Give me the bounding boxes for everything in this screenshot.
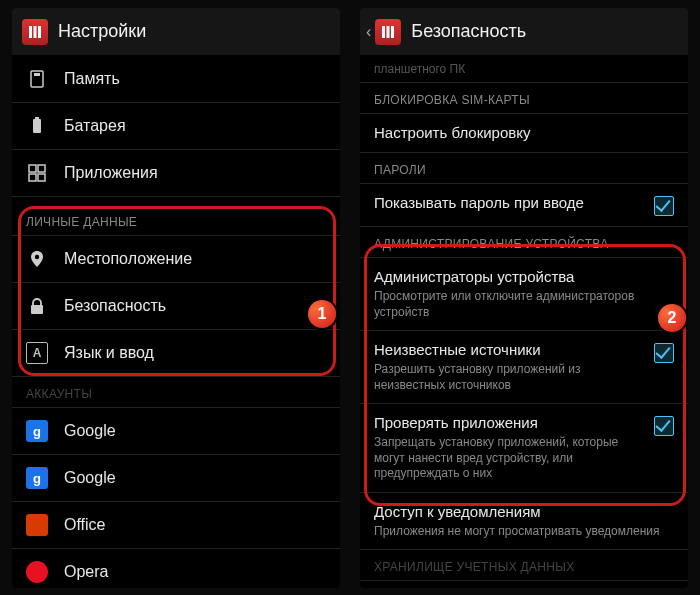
- apps-row[interactable]: Приложения: [12, 150, 340, 197]
- location-row[interactable]: Местоположение: [12, 236, 340, 283]
- configure-lock-label: Настроить блокировку: [374, 124, 666, 143]
- verify-apps-row[interactable]: Проверять приложения Запрещать установку…: [360, 404, 688, 493]
- google-account-row-1[interactable]: g Google: [12, 408, 340, 455]
- titlebar-security: ‹ Безопасность: [360, 8, 688, 56]
- unknown-sources-title: Неизвестные источники: [374, 341, 646, 360]
- location-icon: [26, 248, 48, 270]
- settings-list: Память Батарея Приложения ЛИЧНЫЕ ДАННЫЕ …: [12, 56, 340, 588]
- opera-account-row[interactable]: Opera: [12, 549, 340, 588]
- back-icon[interactable]: ‹: [366, 23, 371, 41]
- svg-rect-7: [29, 165, 36, 172]
- settings-app-icon: [22, 19, 48, 45]
- security-screen: ‹ Безопасность планшетного ПК БЛОКИРОВКА…: [360, 8, 688, 588]
- unknown-sources-checkbox[interactable]: [654, 343, 674, 363]
- svg-rect-13: [382, 26, 385, 38]
- opera-icon: [26, 561, 48, 583]
- configure-lock-row[interactable]: Настроить блокировку: [360, 114, 688, 154]
- svg-rect-15: [391, 26, 394, 38]
- location-label: Местоположение: [64, 250, 326, 268]
- accounts-header: АККАУНТЫ: [12, 377, 340, 408]
- svg-rect-5: [33, 119, 41, 133]
- page-title: Настройки: [58, 21, 146, 42]
- storage-type-row[interactable]: Тип хранилища Только программное: [360, 581, 688, 588]
- device-administrators-title: Администраторы устройства: [374, 268, 666, 287]
- office-account-row[interactable]: Office: [12, 502, 340, 549]
- office-icon: [26, 514, 48, 536]
- google-account-row-2[interactable]: g Google: [12, 455, 340, 502]
- google-icon: g: [26, 420, 48, 442]
- memory-row[interactable]: Память: [12, 56, 340, 103]
- titlebar-settings: Настройки: [12, 8, 340, 56]
- show-password-row[interactable]: Показывать пароль при вводе: [360, 184, 688, 227]
- tablet-subtitle-truncated: планшетного ПК: [360, 56, 688, 83]
- personal-data-header: ЛИЧНЫЕ ДАННЫЕ: [12, 197, 340, 236]
- svg-rect-9: [29, 174, 36, 181]
- battery-label: Батарея: [64, 117, 326, 135]
- apps-icon: [26, 162, 48, 184]
- device-administrators-row[interactable]: Администраторы устройства Просмотрите ил…: [360, 258, 688, 331]
- google-label-2: Google: [64, 469, 326, 487]
- sim-lock-header: БЛОКИРОВКА SIM-КАРТЫ: [360, 83, 688, 114]
- opera-label: Opera: [64, 563, 326, 581]
- device-administrators-sub: Просмотрите или отключите администраторо…: [374, 289, 666, 320]
- language-label: Язык и ввод: [64, 344, 326, 362]
- language-icon: A: [26, 342, 48, 364]
- verify-apps-checkbox[interactable]: [654, 416, 674, 436]
- settings-screen: Настройки Память Батарея Приложения ЛИЧН…: [12, 8, 340, 588]
- device-admin-header: АДМИНИСТРИРОВАНИЕ УСТРОЙСТВА: [360, 227, 688, 258]
- office-label: Office: [64, 516, 326, 534]
- verify-apps-title: Проверять приложения: [374, 414, 646, 433]
- verify-apps-sub: Запрещать установку приложений, которые …: [374, 435, 646, 482]
- google-icon: g: [26, 467, 48, 489]
- svg-rect-4: [34, 73, 40, 76]
- credential-storage-header: ХРАНИЛИЩЕ УЧЕТНЫХ ДАННЫХ: [360, 550, 688, 581]
- passwords-header: ПАРОЛИ: [360, 153, 688, 184]
- svg-rect-6: [35, 117, 39, 119]
- google-label-1: Google: [64, 422, 326, 440]
- show-password-checkbox[interactable]: [654, 196, 674, 216]
- apps-label: Приложения: [64, 164, 326, 182]
- page-title: Безопасность: [411, 21, 526, 42]
- svg-point-11: [35, 255, 39, 259]
- svg-rect-12: [31, 305, 43, 314]
- battery-icon: [26, 115, 48, 137]
- svg-rect-8: [38, 165, 45, 172]
- svg-rect-1: [34, 26, 37, 38]
- memory-label: Память: [64, 70, 326, 88]
- svg-rect-14: [387, 26, 390, 38]
- lock-icon: [26, 295, 48, 317]
- battery-row[interactable]: Батарея: [12, 103, 340, 150]
- unknown-sources-sub: Разрешить установку приложений из неизве…: [374, 362, 646, 393]
- language-row[interactable]: A Язык и ввод: [12, 330, 340, 377]
- notification-access-title: Доступ к уведомлениям: [374, 503, 666, 522]
- settings-app-icon: [375, 19, 401, 45]
- security-label: Безопасность: [64, 297, 326, 315]
- security-row[interactable]: Безопасность: [12, 283, 340, 330]
- svg-rect-0: [29, 26, 32, 38]
- svg-rect-10: [38, 174, 45, 181]
- svg-rect-2: [38, 26, 41, 38]
- notification-access-sub: Приложения не могут просматривать уведом…: [374, 524, 666, 540]
- notification-access-row[interactable]: Доступ к уведомлениям Приложения не могу…: [360, 493, 688, 550]
- show-password-label: Показывать пароль при вводе: [374, 194, 646, 213]
- unknown-sources-row[interactable]: Неизвестные источники Разрешить установк…: [360, 331, 688, 404]
- memory-icon: [26, 68, 48, 90]
